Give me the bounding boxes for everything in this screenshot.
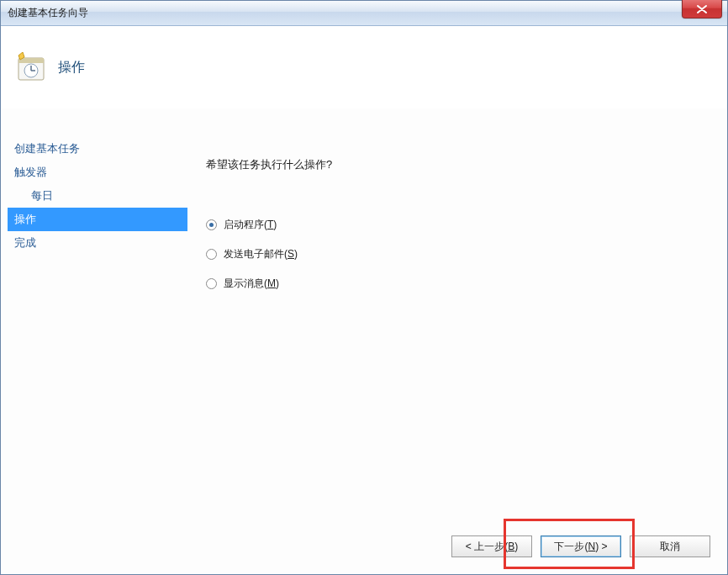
radio-icon xyxy=(206,249,217,260)
radio-label: 发送电子邮件(S) xyxy=(224,247,298,261)
radio-label: 启动程序(T) xyxy=(224,218,277,232)
close-icon xyxy=(697,5,707,13)
back-button[interactable]: < 上一步(B) xyxy=(451,535,532,557)
wizard-header: 操作 xyxy=(1,26,727,108)
radio-display-message[interactable]: 显示消息(M) xyxy=(206,277,714,291)
sidebar-item-action[interactable]: 操作 xyxy=(8,208,187,231)
content-area: 希望该任务执行什么操作? 启动程序(T) 发送电子邮件(S) 显示消息(M) xyxy=(206,157,714,306)
window-title: 创建基本任务向导 xyxy=(8,6,88,20)
sidebar: 创建基本任务 触发器 每日 操作 完成 xyxy=(8,137,187,255)
next-button[interactable]: 下一步(N) > xyxy=(541,535,621,557)
question-label: 希望该任务执行什么操作? xyxy=(206,157,714,172)
cancel-button[interactable]: 取消 xyxy=(630,535,710,557)
close-button[interactable] xyxy=(682,0,722,18)
button-row: < 上一步(B) 下一步(N) > 取消 xyxy=(451,535,710,557)
radio-label: 显示消息(M) xyxy=(224,277,279,291)
page-title: 操作 xyxy=(58,59,85,76)
sidebar-item-finish[interactable]: 完成 xyxy=(8,231,187,255)
radio-icon xyxy=(206,278,217,289)
titlebar: 创建基本任务向导 xyxy=(1,1,727,26)
sidebar-item-create-basic-task[interactable]: 创建基本任务 xyxy=(8,137,187,161)
radio-start-program[interactable]: 启动程序(T) xyxy=(206,218,714,232)
scheduler-icon xyxy=(16,52,46,82)
sidebar-item-daily[interactable]: 每日 xyxy=(8,184,187,208)
radio-icon xyxy=(206,219,217,230)
wizard-window: 创建基本任务向导 操作 创建基本任务 触发器 每日 操作 xyxy=(0,0,728,575)
radio-send-email[interactable]: 发送电子邮件(S) xyxy=(206,247,714,261)
wizard-body: 操作 创建基本任务 触发器 每日 操作 完成 希望该任务执行什么操作? 启动程序… xyxy=(1,26,727,574)
sidebar-item-trigger[interactable]: 触发器 xyxy=(8,161,187,184)
